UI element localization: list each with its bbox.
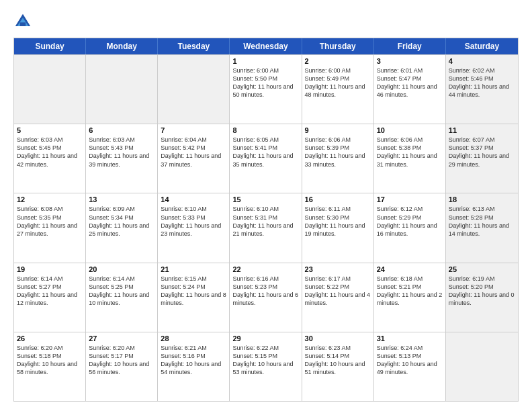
calendar-cell: 6Sunrise: 6:03 AM Sunset: 5:43 PM Daylig…	[86, 124, 158, 193]
calendar-cell: 3Sunrise: 6:01 AM Sunset: 5:47 PM Daylig…	[374, 55, 446, 124]
calendar-cell: 24Sunrise: 6:18 AM Sunset: 5:21 PM Dayli…	[374, 263, 446, 332]
weekday-header: Thursday	[302, 38, 374, 54]
calendar-cell: 27Sunrise: 6:20 AM Sunset: 5:17 PM Dayli…	[86, 332, 158, 401]
calendar-body: 1Sunrise: 6:00 AM Sunset: 5:50 PM Daylig…	[14, 54, 518, 401]
cell-info: Sunrise: 6:06 AM Sunset: 5:39 PM Dayligh…	[305, 136, 371, 169]
day-number: 4	[449, 57, 515, 65]
day-number: 29	[232, 334, 298, 342]
cell-info: Sunrise: 6:23 AM Sunset: 5:14 PM Dayligh…	[305, 344, 371, 377]
day-number: 7	[161, 126, 226, 134]
cell-info: Sunrise: 6:02 AM Sunset: 5:46 PM Dayligh…	[449, 66, 515, 99]
day-number: 27	[89, 334, 154, 342]
svg-rect-2	[20, 22, 26, 26]
cell-info: Sunrise: 6:14 AM Sunset: 5:25 PM Dayligh…	[89, 275, 154, 308]
cell-info: Sunrise: 6:04 AM Sunset: 5:42 PM Dayligh…	[161, 136, 226, 169]
calendar-cell: 12Sunrise: 6:08 AM Sunset: 5:35 PM Dayli…	[14, 193, 86, 262]
calendar-cell: 26Sunrise: 6:20 AM Sunset: 5:18 PM Dayli…	[14, 332, 86, 401]
calendar-cell: 7Sunrise: 6:04 AM Sunset: 5:42 PM Daylig…	[158, 124, 230, 193]
day-number: 26	[17, 334, 83, 342]
calendar-cell: 23Sunrise: 6:17 AM Sunset: 5:22 PM Dayli…	[302, 263, 374, 332]
cell-info: Sunrise: 6:07 AM Sunset: 5:37 PM Dayligh…	[449, 136, 515, 169]
calendar-row: 12Sunrise: 6:08 AM Sunset: 5:35 PM Dayli…	[14, 193, 518, 262]
day-number: 28	[161, 334, 226, 342]
day-number: 20	[89, 265, 154, 273]
day-number: 13	[89, 195, 154, 203]
weekday-header: Monday	[86, 38, 158, 54]
day-number: 16	[305, 195, 371, 203]
day-number: 5	[17, 126, 83, 134]
calendar-header: SundayMondayTuesdayWednesdayThursdayFrid…	[14, 38, 518, 54]
cell-info: Sunrise: 6:14 AM Sunset: 5:27 PM Dayligh…	[17, 275, 83, 308]
cell-info: Sunrise: 6:03 AM Sunset: 5:45 PM Dayligh…	[17, 136, 83, 169]
calendar-cell: 21Sunrise: 6:15 AM Sunset: 5:24 PM Dayli…	[158, 263, 230, 332]
cell-info: Sunrise: 6:24 AM Sunset: 5:13 PM Dayligh…	[377, 344, 443, 377]
cell-info: Sunrise: 6:03 AM Sunset: 5:43 PM Dayligh…	[89, 136, 154, 169]
calendar-row: 26Sunrise: 6:20 AM Sunset: 5:18 PM Dayli…	[14, 332, 518, 401]
day-number: 8	[232, 126, 298, 134]
calendar-cell: 29Sunrise: 6:22 AM Sunset: 5:15 PM Dayli…	[230, 332, 302, 401]
calendar-cell	[158, 55, 230, 124]
logo-icon	[13, 12, 32, 31]
calendar-cell: 19Sunrise: 6:14 AM Sunset: 5:27 PM Dayli…	[14, 263, 86, 332]
calendar-cell: 1Sunrise: 6:00 AM Sunset: 5:50 PM Daylig…	[230, 55, 302, 124]
cell-info: Sunrise: 6:00 AM Sunset: 5:50 PM Dayligh…	[232, 66, 298, 99]
day-number: 23	[305, 265, 371, 273]
calendar-cell: 20Sunrise: 6:14 AM Sunset: 5:25 PM Dayli…	[86, 263, 158, 332]
calendar-cell: 8Sunrise: 6:05 AM Sunset: 5:41 PM Daylig…	[230, 124, 302, 193]
day-number: 15	[232, 195, 298, 203]
logo	[13, 12, 35, 31]
calendar-row: 5Sunrise: 6:03 AM Sunset: 5:45 PM Daylig…	[14, 124, 518, 193]
day-number: 10	[377, 126, 443, 134]
calendar: SundayMondayTuesdayWednesdayThursdayFrid…	[13, 38, 519, 402]
cell-info: Sunrise: 6:08 AM Sunset: 5:35 PM Dayligh…	[17, 205, 83, 238]
calendar-cell: 13Sunrise: 6:09 AM Sunset: 5:34 PM Dayli…	[86, 193, 158, 262]
day-number: 3	[377, 57, 443, 65]
day-number: 18	[449, 195, 515, 203]
day-number: 22	[232, 265, 298, 273]
cell-info: Sunrise: 6:10 AM Sunset: 5:33 PM Dayligh…	[161, 205, 226, 238]
header	[13, 12, 519, 31]
calendar-cell: 22Sunrise: 6:16 AM Sunset: 5:23 PM Dayli…	[230, 263, 302, 332]
calendar-cell: 5Sunrise: 6:03 AM Sunset: 5:45 PM Daylig…	[14, 124, 86, 193]
day-number: 14	[161, 195, 226, 203]
day-number: 1	[232, 57, 298, 65]
cell-info: Sunrise: 6:22 AM Sunset: 5:15 PM Dayligh…	[232, 344, 298, 377]
calendar-cell: 17Sunrise: 6:12 AM Sunset: 5:29 PM Dayli…	[374, 193, 446, 262]
cell-info: Sunrise: 6:15 AM Sunset: 5:24 PM Dayligh…	[161, 275, 226, 308]
calendar-cell	[86, 55, 158, 124]
cell-info: Sunrise: 6:18 AM Sunset: 5:21 PM Dayligh…	[377, 275, 443, 308]
cell-info: Sunrise: 6:10 AM Sunset: 5:31 PM Dayligh…	[232, 205, 298, 238]
calendar-cell: 11Sunrise: 6:07 AM Sunset: 5:37 PM Dayli…	[446, 124, 518, 193]
day-number: 12	[17, 195, 83, 203]
calendar-cell: 10Sunrise: 6:06 AM Sunset: 5:38 PM Dayli…	[374, 124, 446, 193]
cell-info: Sunrise: 6:05 AM Sunset: 5:41 PM Dayligh…	[232, 136, 298, 169]
calendar-row: 19Sunrise: 6:14 AM Sunset: 5:27 PM Dayli…	[14, 263, 518, 332]
day-number: 11	[449, 126, 515, 134]
day-number: 30	[305, 334, 371, 342]
cell-info: Sunrise: 6:12 AM Sunset: 5:29 PM Dayligh…	[377, 205, 443, 238]
cell-info: Sunrise: 6:20 AM Sunset: 5:17 PM Dayligh…	[89, 344, 154, 377]
calendar-cell: 2Sunrise: 6:00 AM Sunset: 5:49 PM Daylig…	[302, 55, 374, 124]
calendar-cell: 14Sunrise: 6:10 AM Sunset: 5:33 PM Dayli…	[158, 193, 230, 262]
calendar-row: 1Sunrise: 6:00 AM Sunset: 5:50 PM Daylig…	[14, 54, 518, 124]
cell-info: Sunrise: 6:06 AM Sunset: 5:38 PM Dayligh…	[377, 136, 443, 169]
day-number: 9	[305, 126, 371, 134]
day-number: 21	[161, 265, 226, 273]
calendar-cell: 15Sunrise: 6:10 AM Sunset: 5:31 PM Dayli…	[230, 193, 302, 262]
calendar-cell	[446, 332, 518, 401]
calendar-cell: 31Sunrise: 6:24 AM Sunset: 5:13 PM Dayli…	[374, 332, 446, 401]
day-number: 2	[305, 57, 371, 65]
day-number: 25	[449, 265, 515, 273]
weekday-header: Wednesday	[230, 38, 302, 54]
cell-info: Sunrise: 6:16 AM Sunset: 5:23 PM Dayligh…	[232, 275, 298, 308]
weekday-header: Tuesday	[158, 38, 230, 54]
calendar-cell: 9Sunrise: 6:06 AM Sunset: 5:39 PM Daylig…	[302, 124, 374, 193]
cell-info: Sunrise: 6:01 AM Sunset: 5:47 PM Dayligh…	[377, 66, 443, 99]
weekday-header: Saturday	[446, 38, 518, 54]
cell-info: Sunrise: 6:20 AM Sunset: 5:18 PM Dayligh…	[17, 344, 83, 377]
day-number: 17	[377, 195, 443, 203]
day-number: 19	[17, 265, 83, 273]
calendar-cell	[14, 55, 86, 124]
calendar-cell: 30Sunrise: 6:23 AM Sunset: 5:14 PM Dayli…	[302, 332, 374, 401]
cell-info: Sunrise: 6:17 AM Sunset: 5:22 PM Dayligh…	[305, 275, 371, 308]
